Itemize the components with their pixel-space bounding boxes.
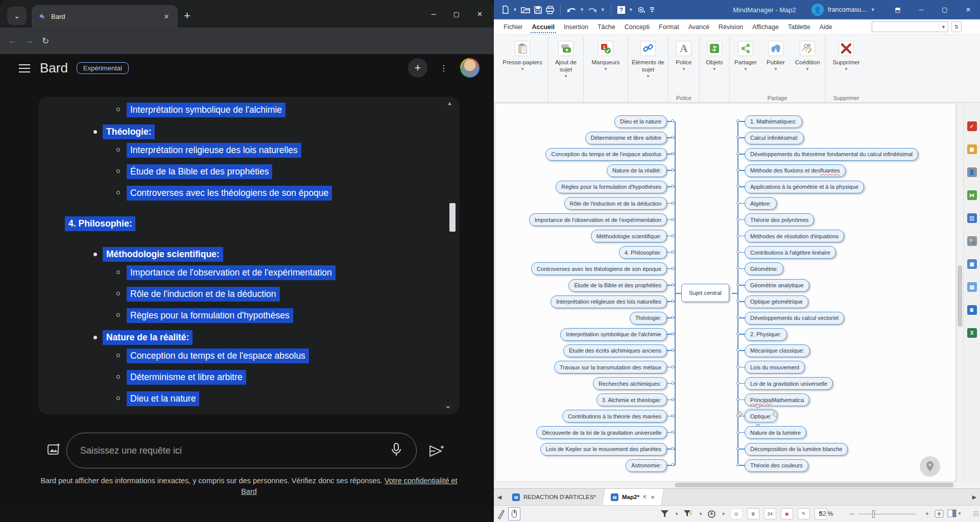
- prompt-input[interactable]: Saisissez une requête ici: [66, 433, 417, 468]
- tab-avancé[interactable]: Avancé: [684, 20, 714, 34]
- map-topic[interactable]: Interprétation religieuse des lois natur…: [551, 295, 667, 308]
- map-topic[interactable]: Optique géométrique: [745, 295, 808, 308]
- map-topic[interactable]: Controverses avec les théologiens de son…: [531, 262, 667, 275]
- pen-mode-icon[interactable]: ✎: [798, 508, 810, 519]
- mm-minimize-icon[interactable]: ─: [910, 0, 933, 19]
- map-topic[interactable]: Interprétation symbolique de l'alchimie: [560, 328, 667, 341]
- map-topic[interactable]: Développements du calcul vectoriel: [745, 312, 844, 325]
- notes-icon[interactable]: 🗎: [967, 305, 977, 315]
- map-topic[interactable]: Nature de la lumière: [745, 426, 806, 439]
- map-topic[interactable]: Méthode des fluxions et des fluantes: [745, 164, 846, 177]
- map-topic[interactable]: Découverte de la loi de la gravitation u…: [536, 426, 667, 439]
- map-topic[interactable]: Applications à la géométrie et à la phys…: [745, 181, 864, 193]
- marker-index-icon[interactable]: ✓: [967, 121, 977, 131]
- resources-icon[interactable]: 👤: [967, 167, 977, 177]
- chevron-down-icon[interactable]: ▼: [513, 7, 517, 12]
- map-topic[interactable]: Algèbre:: [745, 197, 777, 210]
- map-topic[interactable]: 3. Alchimie et théologie:: [596, 393, 667, 406]
- tab-search-icon[interactable]: ⌄: [7, 7, 27, 25]
- help-icon[interactable]: ?: [617, 6, 626, 14]
- vertical-scrollbar[interactable]: [956, 103, 963, 482]
- map-topic[interactable]: Optique:: [745, 410, 777, 422]
- co-dition-button[interactable]: Coédition▼: [790, 37, 825, 71]
- map-topic[interactable]: Importance de l'observation et de l'expé…: [529, 213, 667, 226]
- ribbon-search-box[interactable]: ▼: [872, 21, 948, 32]
- stylus-icon[interactable]: [497, 508, 505, 519]
- tag-view-icon[interactable]: ▦: [730, 508, 743, 519]
- tab-accueil[interactable]: Accueil: [528, 20, 559, 34]
- new-tab-icon[interactable]: +: [184, 9, 190, 22]
- map-topic[interactable]: Étude de la Bible et des prophéties: [568, 279, 667, 292]
- map-topic[interactable]: Théorie des polynômes: [745, 213, 814, 226]
- publier-button[interactable]: Publier▼: [761, 37, 790, 71]
- open-file-icon[interactable]: [520, 6, 531, 14]
- search-icon[interactable]: 🔍: [967, 236, 977, 246]
- map-topic[interactable]: Travaux sur la transmutation des métaux: [554, 361, 667, 374]
- map-topic[interactable]: Conception du temps et de l'espace absol…: [545, 148, 667, 161]
- document-tab[interactable]: MREDACTION D'ARTICLES*: [504, 489, 605, 505]
- resize-grip[interactable]: [973, 511, 979, 517]
- minimize-icon[interactable]: ─: [432, 10, 436, 18]
- restore-doc-icon[interactable]: ⇱: [643, 494, 647, 500]
- horizontal-scrollbar[interactable]: [495, 482, 956, 488]
- tab-scroll-left-icon[interactable]: ◀: [494, 489, 505, 505]
- search-options-icon[interactable]: ⇅: [951, 21, 962, 32]
- filter-icon[interactable]: [660, 510, 669, 518]
- map-topic[interactable]: Lois du mouvement: [745, 361, 805, 374]
- supprimer-button[interactable]: Supprimer▼: [825, 37, 867, 71]
- mouse-mode-icon[interactable]: [508, 507, 520, 520]
- reload-icon[interactable]: ↻: [42, 36, 49, 46]
- location-pin-icon[interactable]: [920, 456, 940, 477]
- map-topic[interactable]: Recherches alchimiques:: [593, 377, 667, 390]
- document-tab[interactable]: MMap2*⇱✕: [603, 489, 664, 505]
- icon-view-icon[interactable]: ◉: [781, 508, 793, 519]
- vertical-scroll-thumb[interactable]: [958, 265, 962, 327]
- tab-tâche[interactable]: Tâche: [593, 20, 620, 34]
- partager-button[interactable]: Partager▼: [730, 37, 761, 71]
- map-topic[interactable]: Théologie:: [630, 312, 667, 325]
- new-document-icon[interactable]: [501, 5, 510, 14]
- chevron-down-icon[interactable]: ▼: [601, 7, 605, 12]
- back-icon[interactable]: ←: [8, 36, 17, 46]
- chat-scrollbar[interactable]: [449, 203, 456, 232]
- power-filter-icon[interactable]: [683, 510, 693, 518]
- map-topic[interactable]: Contributions à l'algèbre linéaire: [745, 246, 836, 259]
- map-topic[interactable]: Géométrie:: [745, 262, 783, 275]
- map-topic[interactable]: Géométrie analytique: [745, 279, 809, 292]
- central-topic[interactable]: Sujet central: [681, 284, 729, 302]
- zoom-in-icon[interactable]: +: [925, 510, 929, 517]
- map-topic[interactable]: Mécanique classique:: [745, 344, 810, 357]
- account-chip[interactable]: 👤 francomasu... ▼: [811, 0, 875, 19]
- selection-handle[interactable]: [756, 404, 760, 408]
- map-topic[interactable]: Loi de la gravitation universelle: [745, 377, 833, 390]
- chevron-down-icon[interactable]: ▼: [580, 7, 584, 12]
- close-doc-icon[interactable]: ✕: [651, 494, 655, 500]
- map-topic[interactable]: Déterminisme et libre arbitre: [585, 132, 667, 144]
- map-topic[interactable]: Rôle de l'induction et de la déduction: [564, 197, 667, 210]
- map-topic[interactable]: Théorie des couleurs: [745, 459, 808, 472]
- tab-affichage[interactable]: Affichage: [748, 20, 783, 34]
- scroll-up-icon[interactable]: ▲: [447, 100, 452, 106]
- elements-icon[interactable]: ◫: [967, 213, 977, 223]
- image-upload-icon[interactable]: [46, 442, 61, 459]
- tab-aide[interactable]: Aide: [815, 20, 837, 34]
- close-icon[interactable]: ✕: [161, 11, 172, 21]
- tab-révision[interactable]: Révision: [714, 20, 748, 34]
- -l-ments-de-sujet-button[interactable]: Éléments de sujet▼: [628, 37, 668, 79]
- map-topic[interactable]: Méthodologie scientifique:: [591, 230, 667, 242]
- visual-options-icon[interactable]: [636, 6, 647, 14]
- send-icon[interactable]: [428, 443, 445, 461]
- maximize-icon[interactable]: ▢: [453, 10, 460, 18]
- add-view-icon[interactable]: [707, 510, 716, 518]
- mm-close-icon[interactable]: ✕: [957, 0, 980, 19]
- undo-icon[interactable]: [566, 6, 577, 14]
- tab-concepti[interactable]: Concepti: [620, 20, 654, 34]
- fit-map-icon[interactable]: [934, 509, 944, 520]
- map-topic[interactable]: Astronomie:: [626, 459, 667, 472]
- map-topic[interactable]: 4. Philosophie:: [619, 246, 667, 259]
- map-topic[interactable]: Méthodes de résolution d'équations: [745, 230, 844, 242]
- map-topic[interactable]: Principia Mathematica: [745, 393, 809, 406]
- chevron-down-icon[interactable]: ▼: [629, 7, 633, 12]
- more-commands-icon[interactable]: [650, 7, 655, 13]
- menu-hamburger-icon[interactable]: [19, 64, 30, 72]
